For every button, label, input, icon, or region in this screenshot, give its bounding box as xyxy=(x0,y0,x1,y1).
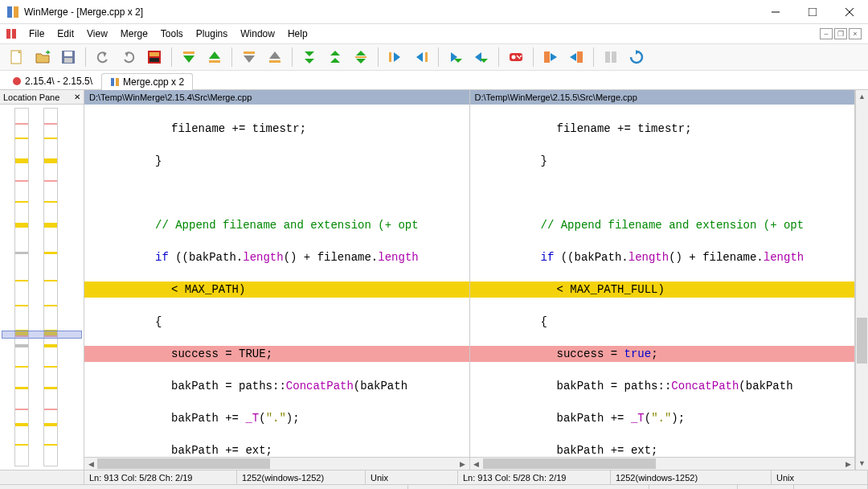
all-right-icon[interactable] xyxy=(538,46,563,68)
tab-folder-compare[interactable]: 2.15.4\ - 2.15.5\ xyxy=(3,72,101,89)
prev-diff-icon[interactable] xyxy=(203,46,227,68)
svg-rect-13 xyxy=(149,52,159,56)
scroll-left-icon[interactable]: ◀ xyxy=(84,458,97,470)
options-icon[interactable] xyxy=(504,46,528,68)
toolbar-separator xyxy=(533,47,534,67)
last-diff-icon[interactable] xyxy=(323,46,347,68)
copy-right-icon[interactable] xyxy=(383,46,407,68)
menu-merge[interactable]: Merge xyxy=(114,27,154,41)
menu-view[interactable]: View xyxy=(80,27,114,41)
scroll-up-icon[interactable]: ▲ xyxy=(856,90,868,103)
menu-edit[interactable]: Edit xyxy=(51,27,80,41)
close-button[interactable] xyxy=(831,0,868,24)
location-strip-right[interactable] xyxy=(43,108,58,466)
maximize-button[interactable] xyxy=(794,0,831,24)
svg-rect-27 xyxy=(612,51,616,63)
toolbar-separator xyxy=(593,47,594,67)
left-horizontal-scrollbar[interactable]: ◀ ▶ xyxy=(84,457,469,470)
svg-rect-7 xyxy=(12,29,16,39)
menu-plugins[interactable]: Plugins xyxy=(190,27,234,41)
svg-point-23 xyxy=(512,55,516,60)
toolbar-separator xyxy=(292,47,293,67)
location-strip-left[interactable] xyxy=(14,108,29,466)
vertical-scrollbar[interactable]: ▲ ▼ xyxy=(855,90,868,470)
location-pane: Location Pane ✕ xyxy=(0,90,84,470)
toolbar-separator xyxy=(498,47,499,67)
all-left-icon[interactable] xyxy=(564,46,588,68)
right-code-view[interactable]: filename += timestr; } // Append filenam… xyxy=(470,105,855,457)
auto-merge-icon[interactable] xyxy=(599,46,623,68)
menu-help[interactable]: Help xyxy=(281,27,314,41)
menu-file[interactable]: File xyxy=(23,27,51,41)
left-path-bar[interactable]: D:\Temp\WinMerge\2.15.4\Src\Merge.cpp xyxy=(84,90,469,105)
first-diff-icon[interactable] xyxy=(297,46,321,68)
numlock-indicator: NUM xyxy=(794,485,868,489)
right-path-bar[interactable]: D:\Temp\WinMerge\2.15.5\Src\Merge.cpp xyxy=(470,90,855,105)
location-strips[interactable] xyxy=(0,105,84,470)
svg-rect-6 xyxy=(6,29,10,39)
svg-rect-15 xyxy=(183,51,194,54)
app-icon xyxy=(6,6,19,18)
mdi-close[interactable]: × xyxy=(849,28,862,39)
left-path: D:\Temp\WinMerge\2.15.4\Src\Merge.cpp xyxy=(89,92,252,102)
tab-label: Merge.cpp x 2 xyxy=(123,76,184,88)
file-diff-icon xyxy=(110,77,120,87)
svg-rect-17 xyxy=(244,51,255,54)
scroll-right-icon[interactable]: ▶ xyxy=(841,458,854,470)
svg-rect-10 xyxy=(64,51,72,56)
svg-rect-26 xyxy=(605,51,610,63)
prev-diff-up-icon[interactable] xyxy=(263,46,287,68)
save-icon[interactable] xyxy=(56,46,80,68)
mdi-restore[interactable]: ❐ xyxy=(834,28,847,39)
new-icon[interactable] xyxy=(5,46,29,68)
undo-icon[interactable] xyxy=(91,46,115,68)
minimize-button[interactable] xyxy=(757,0,794,24)
title-bar: WinMerge - [Merge.cpp x 2] xyxy=(0,0,868,24)
window-title: WinMerge - [Merge.cpp x 2] xyxy=(24,6,757,18)
right-horizontal-scrollbar[interactable]: ◀ ▶ xyxy=(470,457,855,470)
next-diff-down-icon[interactable] xyxy=(237,46,261,68)
svg-rect-14 xyxy=(149,58,159,62)
svg-rect-18 xyxy=(269,60,280,63)
refresh-icon[interactable] xyxy=(624,46,649,68)
mdi-controls: – ❐ × xyxy=(820,28,865,39)
right-eol: Unix xyxy=(772,471,868,484)
svg-rect-30 xyxy=(116,78,119,86)
left-code-view[interactable]: filename += timestr; } // Append filenam… xyxy=(84,105,469,457)
status-empty3 xyxy=(738,485,794,489)
toolbar-separator xyxy=(438,47,439,67)
open-icon[interactable] xyxy=(31,46,55,68)
svg-rect-21 xyxy=(425,52,428,62)
tab-file-compare[interactable]: Merge.cpp x 2 xyxy=(101,73,193,90)
svg-rect-0 xyxy=(7,6,12,18)
toolbar-separator xyxy=(378,47,379,67)
app-small-icon xyxy=(5,27,18,40)
location-indicator[interactable] xyxy=(2,331,82,339)
record-icon[interactable] xyxy=(142,46,166,68)
copy-left-icon[interactable] xyxy=(409,46,433,68)
folder-diff-icon xyxy=(12,76,22,86)
scroll-down-icon[interactable]: ▼ xyxy=(856,457,868,470)
close-icon[interactable]: ✕ xyxy=(74,92,80,101)
right-diff-panel: D:\Temp\WinMerge\2.15.5\Src\Merge.cpp fi… xyxy=(470,90,856,470)
next-diff-icon[interactable] xyxy=(177,46,201,68)
copy-right-advance-icon[interactable] xyxy=(444,46,468,68)
svg-rect-29 xyxy=(111,78,114,86)
svg-point-28 xyxy=(13,77,21,85)
right-path: D:\Temp\WinMerge\2.15.5\Src\Merge.cpp xyxy=(475,92,637,102)
scroll-right-icon[interactable]: ▶ xyxy=(457,458,469,470)
location-pane-header: Location Pane ✕ xyxy=(0,90,84,105)
copy-left-advance-icon[interactable] xyxy=(469,46,493,68)
current-diff-icon[interactable] xyxy=(349,46,373,68)
toolbar xyxy=(0,43,868,71)
location-pane-title: Location Pane xyxy=(3,92,59,102)
svg-rect-16 xyxy=(209,60,220,63)
menu-window[interactable]: Window xyxy=(234,27,281,41)
mdi-minimize[interactable]: – xyxy=(820,28,833,39)
pane-status-bar: Ln: 913 Col: 5/28 Ch: 2/19 1252(windows-… xyxy=(0,470,868,484)
redo-icon[interactable] xyxy=(117,46,141,68)
main-area: Location Pane ✕ xyxy=(0,90,868,470)
svg-rect-25 xyxy=(577,51,583,63)
menu-tools[interactable]: Tools xyxy=(154,27,190,41)
scroll-left-icon[interactable]: ◀ xyxy=(470,458,483,470)
